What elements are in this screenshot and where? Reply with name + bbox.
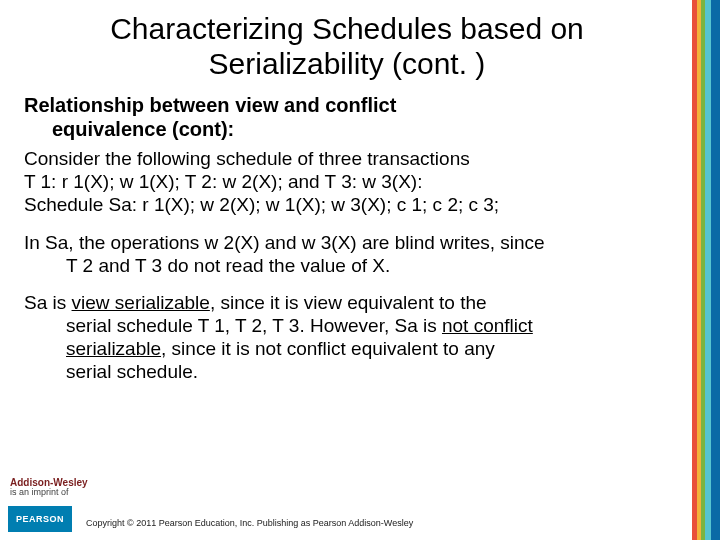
schedule-block: Consider the following schedule of three… (24, 147, 670, 217)
slide: Characterizing Schedules based on Serial… (0, 0, 720, 540)
blind-writes-block: In Sa, the operations w 2(X) and w 3(X) … (24, 231, 670, 277)
text-line: serial schedule. (24, 360, 670, 383)
text-line: Consider the following schedule of three… (24, 148, 470, 169)
text-line: Schedule Sa: r 1(X); w 2(X); w 1(X); w 3… (24, 194, 499, 215)
subheading: Relationship between view and conflict e… (24, 93, 670, 141)
text-frag: , since it is view equivalent to the (210, 292, 487, 313)
publisher-mark: Addison-Wesley is an imprint of (10, 477, 88, 498)
slide-title: Characterizing Schedules based on Serial… (24, 12, 670, 81)
underline-view-serializable: view serializable (72, 292, 210, 313)
underline-not-conflict: not conflict (442, 315, 533, 336)
text-frag: serial schedule T 1, T 2, T 3. However, … (66, 315, 442, 336)
text-line: serializable, since it is not conflict e… (24, 337, 670, 360)
text-line: T 1: r 1(X); w 1(X); T 2: w 2(X); and T … (24, 171, 422, 192)
subhead-line1: Relationship between view and conflict (24, 94, 396, 116)
copyright-text: Copyright © 2011 Pearson Education, Inc.… (86, 518, 413, 528)
text-frag: , since it is not conflict equivalent to… (161, 338, 495, 359)
text-line: T 2 and T 3 do not read the value of X. (24, 254, 670, 277)
decorative-stripes (692, 0, 720, 540)
publisher-tag: is an imprint of (10, 488, 88, 498)
pearson-logo: PEARSON (8, 506, 72, 532)
text-frag: Sa is (24, 292, 72, 313)
text-line: serial schedule T 1, T 2, T 3. However, … (24, 314, 670, 337)
conclusion-block: Sa is view serializable, since it is vie… (24, 291, 670, 384)
text-line: In Sa, the operations w 2(X) and w 3(X) … (24, 232, 545, 253)
underline-serializable: serializable (66, 338, 161, 359)
subhead-line2: equivalence (cont): (24, 117, 670, 141)
